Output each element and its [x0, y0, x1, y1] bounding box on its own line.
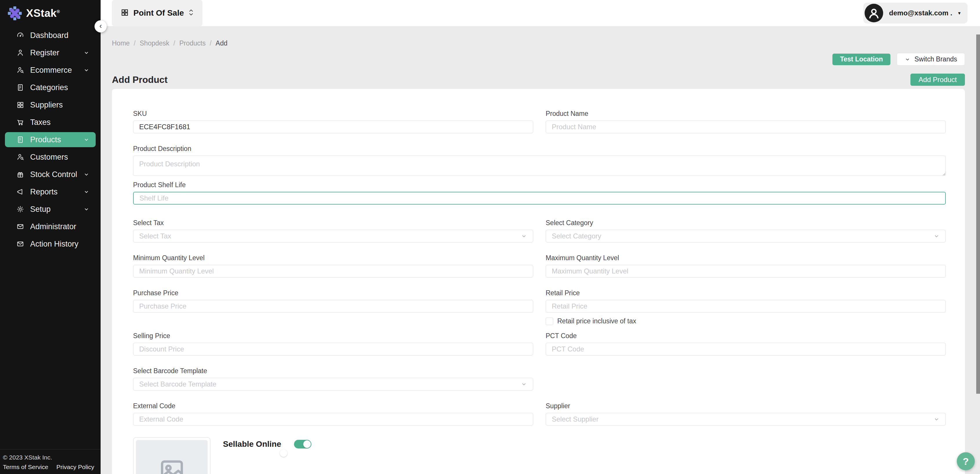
sidebar-item-action-history[interactable]: Action History [0, 235, 100, 253]
form-row: Select Barcode Template Select Barcode T… [133, 367, 946, 390]
image-placeholder-icon [158, 457, 186, 474]
help-button[interactable]: ? [957, 452, 975, 470]
sidebar-item-products[interactable]: Products [5, 132, 96, 147]
caret-down-icon: ▾ [958, 10, 961, 16]
chevron-down-icon [933, 233, 940, 239]
select-category-label: Select Category [546, 219, 946, 227]
sidebar-item-label: Reports [30, 187, 58, 197]
purchase-price-input[interactable] [133, 300, 533, 312]
mail-icon [16, 222, 24, 231]
megaphone-icon [16, 188, 24, 196]
form-row: External Code Supplier Select Supplier [133, 402, 946, 426]
switch-brands-button[interactable]: Switch Brands [897, 53, 965, 65]
breadcrumb-products[interactable]: Products [179, 40, 205, 47]
sidebar-item-administrator[interactable]: Administrator [0, 218, 100, 235]
toggle-knob [303, 441, 311, 448]
title-row: Add Product Add Product [112, 74, 965, 86]
registered-mark: ® [57, 9, 60, 14]
sidebar-item-reports[interactable]: Reports [0, 183, 100, 200]
breadcrumb-separator: / [210, 40, 212, 47]
selling-price-label: Selling Price [133, 332, 533, 340]
gift-icon [16, 170, 24, 179]
server-icon [16, 84, 24, 92]
add-product-button[interactable]: Add Product [910, 74, 965, 86]
sidebar-collapse-button[interactable]: ‹ [94, 20, 107, 32]
sidebar-item-label: Taxes [30, 118, 51, 127]
terms-of-service-link[interactable]: Terms of Service [3, 464, 48, 471]
sidebar-nav: Dashboard Register Ecommerce Categories … [0, 27, 100, 253]
retail-price-label: Retail Price [546, 289, 946, 297]
toggle-knob [280, 449, 287, 457]
retail-tax-check-row: Retail price inclusive of tax [546, 317, 946, 325]
sidebar-item-register[interactable]: Register [0, 44, 100, 62]
chevron-down-icon [83, 189, 89, 195]
chevron-down-icon [83, 49, 89, 56]
sidebar-item-label: Register [30, 48, 59, 57]
product-name-input[interactable] [546, 120, 946, 133]
product-image-upload[interactable] [133, 437, 210, 474]
sidebar-item-label: Suppliers [30, 100, 63, 109]
sidebar-item-categories[interactable]: Categories [0, 79, 100, 96]
breadcrumb-shopdesk[interactable]: Shopdesk [140, 40, 169, 47]
topbar: Point Of Sale demo@xstak.com . ▾ [100, 0, 980, 26]
retail-tax-checkbox[interactable] [546, 317, 553, 325]
sidebar-item-setup[interactable]: Setup [0, 200, 100, 218]
selling-price-input[interactable] [133, 343, 533, 355]
select-tax-dropdown[interactable]: Select Tax [133, 230, 533, 243]
person-search-icon [16, 66, 24, 74]
select-tax-label: Select Tax [133, 219, 533, 227]
form-row: Sellable Online [133, 437, 946, 474]
min-quantity-input[interactable] [133, 265, 533, 277]
breadcrumb-separator: / [134, 40, 135, 47]
person-search-icon [16, 153, 24, 161]
select-category-dropdown[interactable]: Select Category [546, 230, 946, 243]
breadcrumb-current: Add [216, 40, 228, 47]
max-quantity-input[interactable] [546, 265, 946, 277]
sidebar-item-ecommerce[interactable]: Ecommerce [0, 62, 100, 79]
retail-tax-checkbox-label: Retail price inclusive of tax [557, 317, 636, 325]
person-icon [16, 49, 24, 57]
sidebar-item-customers[interactable]: Customers [0, 148, 100, 166]
product-description-label: Product Description [133, 145, 946, 153]
sidebar-footer: © 2023 XStak Inc. Terms of Service Priva… [0, 449, 100, 474]
sidebar-item-dashboard[interactable]: Dashboard [0, 27, 100, 44]
barcode-template-dropdown[interactable]: Select Barcode Template [133, 378, 533, 390]
content: Home / Shopdesk / Products / Add Test Lo… [100, 26, 980, 474]
sidebar: XStak® ‹ Dashboard Register Ecommerce Ca… [0, 0, 100, 474]
pct-code-input[interactable] [546, 343, 946, 355]
xstak-logo-icon [8, 6, 22, 21]
product-name-label: Product Name [546, 110, 946, 117]
mail-icon [16, 240, 24, 248]
sidebar-item-label: Stock Control [30, 170, 77, 179]
sellable-online-toggle[interactable] [294, 440, 312, 449]
sidebar-item-suppliers[interactable]: Suppliers [0, 96, 100, 114]
external-code-input[interactable] [133, 413, 533, 426]
sidebar-item-stock-control[interactable]: Stock Control [0, 166, 100, 183]
page-title: Add Product [112, 75, 168, 85]
chevron-down-icon [905, 57, 910, 62]
scrollbar-thumb[interactable] [976, 35, 980, 394]
brand-name: XStak® [26, 7, 60, 19]
select-tax-placeholder: Select Tax [139, 232, 171, 240]
retail-price-input[interactable] [546, 300, 946, 312]
test-location-button[interactable]: Test Location [832, 54, 891, 65]
shelf-life-input[interactable] [133, 192, 946, 205]
chevron-down-icon [83, 67, 89, 73]
supplier-dropdown[interactable]: Select Supplier [546, 413, 946, 426]
sidebar-item-taxes[interactable]: Taxes [0, 114, 100, 131]
form-row: Product Description [133, 145, 946, 177]
breadcrumb-home[interactable]: Home [112, 40, 130, 47]
sellable-online-row: Sellable Online [223, 439, 623, 449]
product-description-textarea[interactable] [133, 155, 946, 176]
privacy-policy-link[interactable]: Privacy Policy [56, 464, 94, 471]
external-code-label: External Code [133, 402, 533, 410]
breadcrumb: Home / Shopdesk / Products / Add [112, 40, 965, 47]
app-selector[interactable]: Point Of Sale [112, 0, 202, 26]
form-row: Selling Price PCT Code [133, 332, 946, 355]
sku-input[interactable] [133, 120, 533, 133]
user-menu[interactable]: demo@xstak.com . ▾ [864, 3, 967, 24]
grid-icon [16, 101, 24, 109]
sellable-online-label: Sellable Online [223, 439, 281, 449]
chevron-down-icon [933, 416, 940, 422]
user-email: demo@xstak.com . [889, 9, 952, 17]
